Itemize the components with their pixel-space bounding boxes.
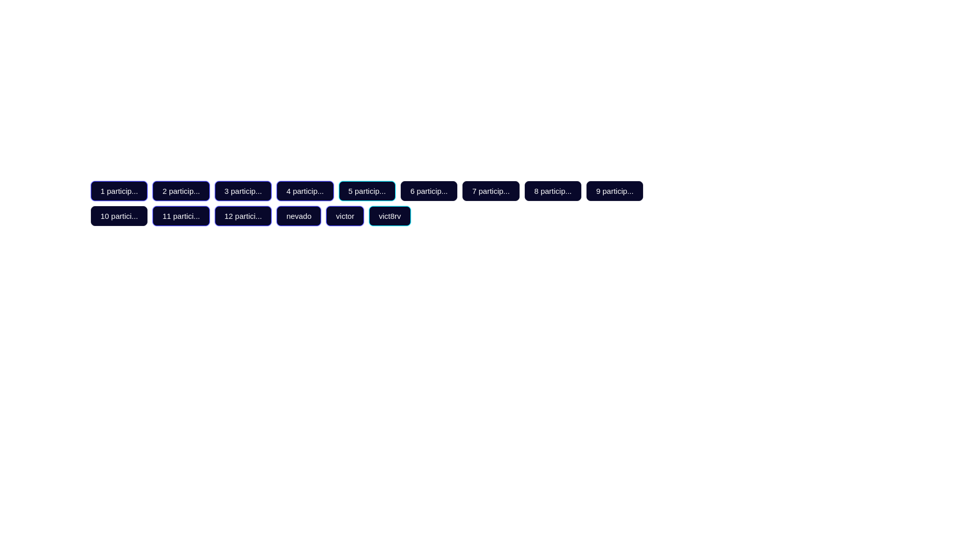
tag-item-6[interactable]: 6 particip... bbox=[401, 181, 457, 201]
tag-item-3[interactable]: 3 particip... bbox=[215, 181, 272, 201]
tag-item-2[interactable]: 2 particip... bbox=[153, 181, 209, 201]
tag-item-15[interactable]: vict8rv bbox=[369, 206, 410, 226]
tag-item-4[interactable]: 4 particip... bbox=[277, 181, 333, 201]
tag-item-7[interactable]: 7 particip... bbox=[462, 181, 519, 201]
tag-item-11[interactable]: 11 partici... bbox=[153, 206, 209, 226]
tag-item-10[interactable]: 10 partici... bbox=[91, 206, 148, 226]
tags-container: 1 particip...2 particip...3 particip...4… bbox=[91, 181, 657, 226]
tag-item-12[interactable]: 12 partici... bbox=[215, 206, 272, 226]
tag-item-1[interactable]: 1 particip... bbox=[91, 181, 148, 201]
tag-item-9[interactable]: 9 particip... bbox=[586, 181, 643, 201]
tag-item-13[interactable]: nevado bbox=[277, 206, 321, 226]
tag-item-8[interactable]: 8 particip... bbox=[525, 181, 581, 201]
tag-item-5[interactable]: 5 particip... bbox=[339, 181, 396, 201]
tag-item-14[interactable]: victor bbox=[326, 206, 364, 226]
